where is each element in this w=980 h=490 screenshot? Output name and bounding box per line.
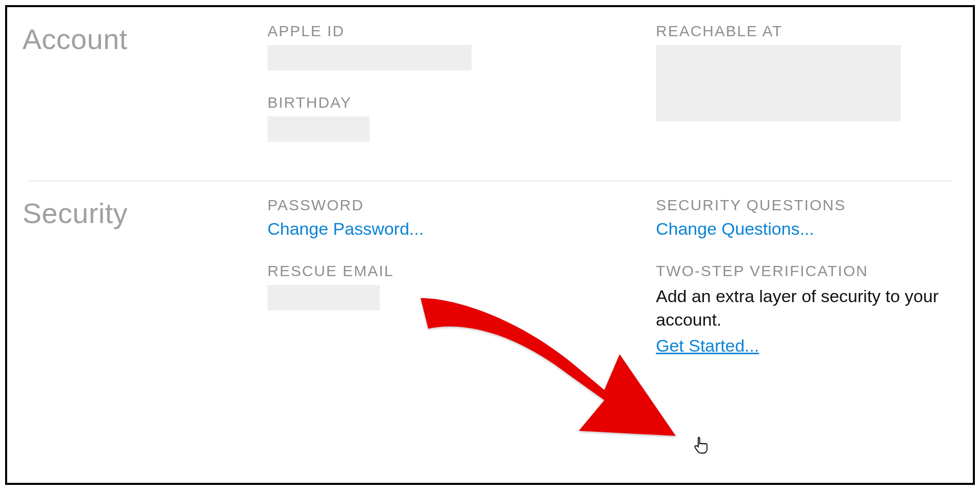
birthday-field: BIRTHDAY bbox=[267, 94, 564, 142]
security-questions-label: SECURITY QUESTIONS bbox=[656, 197, 952, 214]
two-step-verification-label: TWO-STEP VERIFICATION bbox=[656, 262, 952, 280]
apple-id-value-redacted bbox=[267, 45, 472, 70]
security-questions-field: SECURITY QUESTIONS Change Questions... bbox=[656, 197, 952, 239]
reachable-at-field: REACHABLE AT bbox=[656, 22, 952, 121]
account-title: Account bbox=[22, 22, 267, 165]
get-started-link[interactable]: Get Started... bbox=[656, 336, 759, 356]
birthday-label: BIRTHDAY bbox=[267, 94, 564, 111]
password-label: PASSWORD bbox=[267, 197, 564, 214]
change-questions-link[interactable]: Change Questions... bbox=[656, 219, 814, 239]
settings-panel: Account APPLE ID BIRTHDAY REACHABLE AT bbox=[5, 5, 975, 485]
change-password-link[interactable]: Change Password... bbox=[267, 219, 424, 239]
rescue-email-label: RESCUE EMAIL bbox=[267, 262, 564, 280]
password-field: PASSWORD Change Password... bbox=[267, 197, 564, 239]
reachable-at-label: REACHABLE AT bbox=[656, 22, 952, 40]
rescue-email-value-redacted bbox=[267, 285, 380, 310]
apple-id-label: APPLE ID bbox=[267, 22, 564, 40]
birthday-value-redacted bbox=[267, 116, 370, 142]
security-title: Security bbox=[22, 197, 267, 379]
security-section: Security PASSWORD Change Password... RES… bbox=[7, 181, 973, 395]
apple-id-field: APPLE ID bbox=[267, 22, 564, 70]
reachable-at-value-redacted bbox=[656, 45, 901, 121]
rescue-email-field: RESCUE EMAIL bbox=[267, 262, 564, 310]
two-step-verification-description: Add an extra layer of security to your a… bbox=[656, 285, 952, 332]
two-step-verification-field: TWO-STEP VERIFICATION Add an extra layer… bbox=[656, 262, 952, 356]
pointer-cursor-icon bbox=[693, 436, 710, 460]
account-section: Account APPLE ID BIRTHDAY REACHABLE AT bbox=[7, 7, 973, 181]
